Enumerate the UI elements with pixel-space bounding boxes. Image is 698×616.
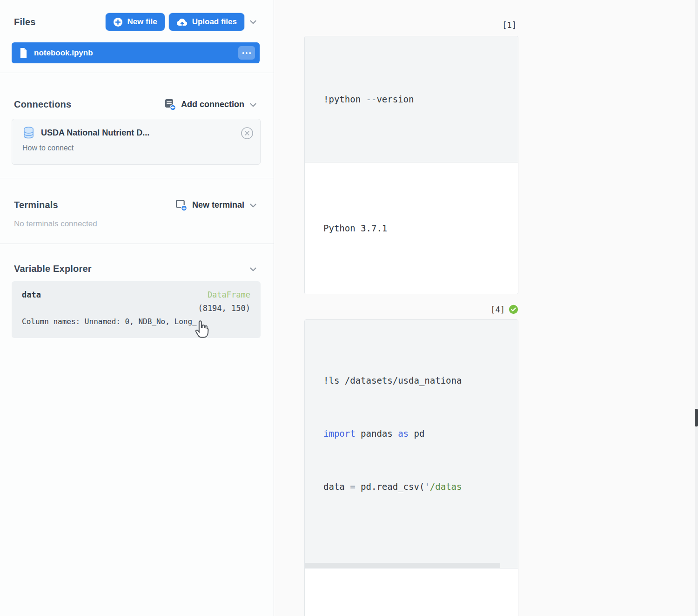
chevron-down-icon[interactable] bbox=[248, 201, 258, 210]
how-to-connect-link[interactable]: How to connect bbox=[22, 144, 254, 152]
variable-name: data bbox=[22, 290, 41, 299]
chevron-down-icon[interactable] bbox=[248, 17, 258, 27]
connection-card[interactable]: USDA National Nutrient D... How to conne… bbox=[12, 119, 261, 165]
variable-explorer-section: Variable Explorer data DataFrame (8194, … bbox=[0, 244, 274, 616]
vertical-scrollbar[interactable] bbox=[695, 0, 698, 616]
code-line: data = pd.read_csv('/datas bbox=[323, 478, 499, 495]
code-line: !ls /datasets/usda_nationa bbox=[323, 372, 499, 389]
connection-name: USDA National Nutrient D... bbox=[41, 128, 241, 138]
database-add-icon bbox=[164, 98, 176, 111]
terminals-section-title: Terminals bbox=[14, 200, 58, 210]
cell2-execution-status: [4] bbox=[304, 305, 518, 314]
add-connection-button[interactable]: Add connection bbox=[164, 98, 244, 111]
chevron-down-icon[interactable] bbox=[248, 264, 258, 274]
ellipsis-icon bbox=[242, 52, 251, 54]
new-terminal-label: New terminal bbox=[192, 200, 244, 210]
upload-files-button[interactable]: Upload files bbox=[169, 13, 244, 31]
terminals-section: Terminals New terminal No terminals conn… bbox=[0, 178, 274, 244]
vertical-scrollbar-thumb[interactable] bbox=[695, 409, 698, 426]
terminal-add-icon bbox=[175, 199, 188, 211]
file-more-button[interactable] bbox=[238, 46, 255, 60]
output-line: Python 3.7.1 bbox=[323, 219, 499, 237]
variable-card[interactable]: data DataFrame (8194, 150) Column names:… bbox=[12, 281, 261, 338]
app-window: Files New file Upload files bbox=[0, 0, 698, 616]
file-icon bbox=[19, 47, 28, 58]
new-file-label: New file bbox=[127, 17, 157, 27]
chevron-down-icon[interactable] bbox=[248, 100, 258, 109]
success-check-icon bbox=[509, 305, 518, 314]
cloud-upload-icon bbox=[176, 17, 188, 27]
files-section-title: Files bbox=[14, 17, 36, 27]
code-cell-2[interactable]: !ls /datasets/usda_nationa import pandas… bbox=[304, 319, 518, 616]
plus-circle-icon bbox=[113, 17, 123, 27]
variable-type-badge: DataFrame bbox=[208, 290, 250, 299]
variable-explorer-title: Variable Explorer bbox=[14, 264, 92, 274]
upload-files-label: Upload files bbox=[192, 17, 237, 27]
files-section: Files New file Upload files bbox=[0, 0, 274, 73]
cell1-code-editor[interactable]: !python --version bbox=[305, 36, 518, 162]
code-line: !python --version bbox=[323, 90, 499, 108]
cell1-execution-count: [1] bbox=[304, 20, 518, 30]
connections-section: Connections Add connection bbox=[0, 73, 274, 178]
cell2-output: result.csv bbox=[305, 569, 518, 616]
add-connection-label: Add connection bbox=[181, 100, 244, 109]
terminals-empty-message: No terminals connected bbox=[14, 219, 260, 229]
mouse-hand-cursor bbox=[192, 320, 210, 339]
cell2-execution-count: [4] bbox=[490, 305, 505, 314]
file-name: notebook.ipynb bbox=[34, 48, 238, 58]
code-line: import pandas as pd bbox=[323, 425, 499, 442]
disconnect-icon[interactable] bbox=[241, 127, 254, 140]
new-terminal-button[interactable]: New terminal bbox=[175, 199, 244, 211]
cell1-output: Python 3.7.1 bbox=[305, 162, 518, 294]
notebook-canvas: [1] !python --version Python 3.7.1 [4] !… bbox=[274, 0, 698, 616]
horizontal-scrollbar[interactable] bbox=[305, 563, 500, 568]
file-row-notebook[interactable]: notebook.ipynb bbox=[12, 42, 260, 63]
database-icon bbox=[22, 126, 35, 140]
sidebar: Files New file Upload files bbox=[0, 0, 274, 616]
variable-columns-preview: Column names: Unnamed: 0, NDB_No, Long_ bbox=[22, 317, 250, 326]
code-cell-1[interactable]: !python --version Python 3.7.1 bbox=[304, 36, 518, 294]
connections-section-title: Connections bbox=[14, 99, 71, 110]
new-file-button[interactable]: New file bbox=[106, 13, 164, 31]
cell2-code-editor[interactable]: !ls /datasets/usda_nationa import pandas… bbox=[305, 320, 518, 569]
variable-shape: (8194, 150) bbox=[22, 301, 250, 316]
